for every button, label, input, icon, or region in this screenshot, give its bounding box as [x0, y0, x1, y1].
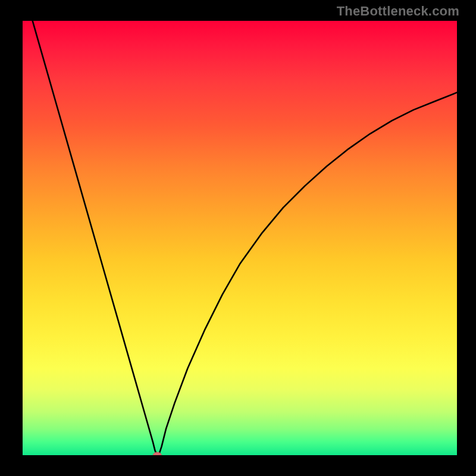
curve-layer — [23, 21, 457, 455]
bottleneck-curve — [23, 21, 457, 455]
watermark-text: TheBottleneck.com — [337, 4, 459, 19]
chart-frame: TheBottleneck.com — [0, 0, 476, 476]
plot-area — [23, 21, 457, 455]
